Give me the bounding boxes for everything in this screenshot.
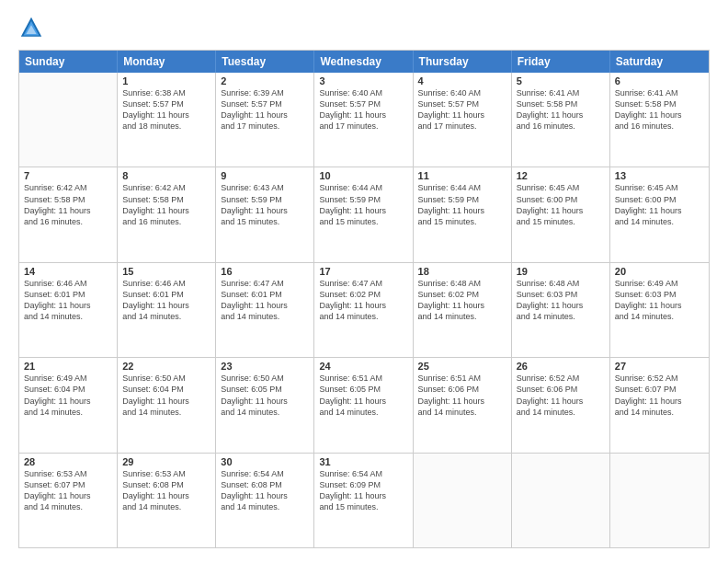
calendar-cell: 22Sunrise: 6:50 AM Sunset: 6:04 PM Dayli… [118, 358, 216, 452]
calendar-cell: 15Sunrise: 6:46 AM Sunset: 6:01 PM Dayli… [118, 263, 216, 357]
day-info: Sunrise: 6:54 AM Sunset: 6:08 PM Dayligh… [221, 468, 309, 513]
logo-icon [18, 15, 44, 40]
day-info: Sunrise: 6:48 AM Sunset: 6:03 PM Dayligh… [517, 278, 605, 323]
calendar-cell: 17Sunrise: 6:47 AM Sunset: 6:02 PM Dayli… [314, 263, 413, 357]
day-number: 31 [319, 456, 407, 467]
calendar-cell: 10Sunrise: 6:44 AM Sunset: 5:59 PM Dayli… [314, 167, 413, 261]
calendar-cell: 18Sunrise: 6:48 AM Sunset: 6:02 PM Dayli… [414, 263, 512, 357]
day-number: 8 [122, 170, 210, 181]
calendar-cell: 31Sunrise: 6:54 AM Sunset: 6:09 PM Dayli… [314, 454, 413, 547]
calendar-cell: 9Sunrise: 6:43 AM Sunset: 5:59 PM Daylig… [216, 167, 314, 261]
calendar-cell [414, 454, 512, 547]
calendar-cell: 16Sunrise: 6:47 AM Sunset: 6:01 PM Dayli… [216, 263, 314, 357]
day-number: 27 [615, 361, 704, 372]
calendar-cell: 23Sunrise: 6:50 AM Sunset: 6:05 PM Dayli… [216, 358, 314, 452]
day-info: Sunrise: 6:53 AM Sunset: 6:08 PM Dayligh… [122, 468, 210, 513]
day-info: Sunrise: 6:44 AM Sunset: 5:59 PM Dayligh… [418, 182, 506, 227]
calendar-cell: 6Sunrise: 6:41 AM Sunset: 5:58 PM Daylig… [610, 73, 709, 167]
day-info: Sunrise: 6:48 AM Sunset: 6:02 PM Dayligh… [418, 278, 506, 323]
day-number: 28 [24, 456, 112, 467]
calendar-cell [512, 454, 610, 547]
page: SundayMondayTuesdayWednesdayThursdayFrid… [0, 0, 728, 563]
header-cell-tuesday: Tuesday [216, 51, 314, 73]
day-number: 20 [615, 266, 704, 277]
day-number: 5 [517, 75, 605, 86]
day-number: 30 [221, 456, 309, 467]
day-info: Sunrise: 6:51 AM Sunset: 6:06 PM Dayligh… [418, 373, 506, 418]
day-number: 18 [418, 266, 506, 277]
day-info: Sunrise: 6:44 AM Sunset: 5:59 PM Dayligh… [319, 182, 407, 227]
day-number: 1 [122, 75, 210, 86]
calendar-cell: 3Sunrise: 6:40 AM Sunset: 5:57 PM Daylig… [314, 73, 413, 167]
day-info: Sunrise: 6:47 AM Sunset: 6:01 PM Dayligh… [221, 278, 309, 323]
header-cell-thursday: Thursday [414, 51, 512, 73]
calendar-cell: 14Sunrise: 6:46 AM Sunset: 6:01 PM Dayli… [19, 263, 118, 357]
day-number: 6 [615, 75, 704, 86]
calendar-cell: 1Sunrise: 6:38 AM Sunset: 5:57 PM Daylig… [118, 73, 216, 167]
calendar-cell: 25Sunrise: 6:51 AM Sunset: 6:06 PM Dayli… [414, 358, 512, 452]
calendar-cell: 24Sunrise: 6:51 AM Sunset: 6:05 PM Dayli… [314, 358, 413, 452]
header-cell-saturday: Saturday [610, 51, 709, 73]
calendar-cell: 7Sunrise: 6:42 AM Sunset: 5:58 PM Daylig… [19, 167, 118, 261]
day-info: Sunrise: 6:51 AM Sunset: 6:05 PM Dayligh… [319, 373, 407, 418]
day-info: Sunrise: 6:50 AM Sunset: 6:05 PM Dayligh… [221, 373, 309, 418]
day-info: Sunrise: 6:46 AM Sunset: 6:01 PM Dayligh… [24, 278, 112, 323]
day-number: 11 [418, 170, 506, 181]
calendar-cell: 19Sunrise: 6:48 AM Sunset: 6:03 PM Dayli… [512, 263, 610, 357]
calendar-row-0: 1Sunrise: 6:38 AM Sunset: 5:57 PM Daylig… [19, 73, 709, 167]
calendar-row-3: 21Sunrise: 6:49 AM Sunset: 6:04 PM Dayli… [19, 357, 709, 452]
day-number: 19 [517, 266, 605, 277]
day-info: Sunrise: 6:54 AM Sunset: 6:09 PM Dayligh… [319, 468, 407, 513]
calendar-cell: 12Sunrise: 6:45 AM Sunset: 6:00 PM Dayli… [512, 167, 610, 261]
day-number: 4 [418, 75, 506, 86]
day-info: Sunrise: 6:53 AM Sunset: 6:07 PM Dayligh… [24, 468, 112, 513]
day-info: Sunrise: 6:41 AM Sunset: 5:58 PM Dayligh… [615, 87, 704, 132]
day-number: 15 [122, 266, 210, 277]
day-number: 17 [319, 266, 407, 277]
calendar-cell: 13Sunrise: 6:45 AM Sunset: 6:00 PM Dayli… [610, 167, 709, 261]
calendar-cell: 5Sunrise: 6:41 AM Sunset: 5:58 PM Daylig… [512, 73, 610, 167]
day-number: 3 [319, 75, 407, 86]
day-info: Sunrise: 6:39 AM Sunset: 5:57 PM Dayligh… [221, 87, 309, 132]
day-number: 21 [24, 361, 112, 372]
day-info: Sunrise: 6:47 AM Sunset: 6:02 PM Dayligh… [319, 278, 407, 323]
header [18, 15, 710, 40]
calendar: SundayMondayTuesdayWednesdayThursdayFrid… [18, 50, 710, 548]
day-info: Sunrise: 6:40 AM Sunset: 5:57 PM Dayligh… [418, 87, 506, 132]
day-info: Sunrise: 6:41 AM Sunset: 5:58 PM Dayligh… [517, 87, 605, 132]
day-info: Sunrise: 6:52 AM Sunset: 6:07 PM Dayligh… [615, 373, 704, 418]
calendar-header: SundayMondayTuesdayWednesdayThursdayFrid… [19, 51, 709, 73]
day-info: Sunrise: 6:49 AM Sunset: 6:03 PM Dayligh… [615, 278, 704, 323]
day-info: Sunrise: 6:45 AM Sunset: 6:00 PM Dayligh… [517, 182, 605, 227]
header-cell-monday: Monday [118, 51, 216, 73]
header-cell-friday: Friday [512, 51, 610, 73]
day-number: 14 [24, 266, 112, 277]
day-info: Sunrise: 6:50 AM Sunset: 6:04 PM Dayligh… [122, 373, 210, 418]
day-info: Sunrise: 6:38 AM Sunset: 5:57 PM Dayligh… [122, 87, 210, 132]
day-info: Sunrise: 6:40 AM Sunset: 5:57 PM Dayligh… [319, 87, 407, 132]
day-number: 22 [122, 361, 210, 372]
day-info: Sunrise: 6:52 AM Sunset: 6:06 PM Dayligh… [517, 373, 605, 418]
day-info: Sunrise: 6:45 AM Sunset: 6:00 PM Dayligh… [615, 182, 704, 227]
calendar-cell: 26Sunrise: 6:52 AM Sunset: 6:06 PM Dayli… [512, 358, 610, 452]
day-number: 25 [418, 361, 506, 372]
day-info: Sunrise: 6:42 AM Sunset: 5:58 PM Dayligh… [122, 182, 210, 227]
day-number: 29 [122, 456, 210, 467]
calendar-cell: 29Sunrise: 6:53 AM Sunset: 6:08 PM Dayli… [118, 454, 216, 547]
calendar-cell: 8Sunrise: 6:42 AM Sunset: 5:58 PM Daylig… [118, 167, 216, 261]
calendar-cell: 30Sunrise: 6:54 AM Sunset: 6:08 PM Dayli… [216, 454, 314, 547]
calendar-cell: 2Sunrise: 6:39 AM Sunset: 5:57 PM Daylig… [216, 73, 314, 167]
day-number: 23 [221, 361, 309, 372]
day-info: Sunrise: 6:43 AM Sunset: 5:59 PM Dayligh… [221, 182, 309, 227]
day-number: 10 [319, 170, 407, 181]
calendar-cell [610, 454, 709, 547]
logo [18, 15, 48, 40]
calendar-body: 1Sunrise: 6:38 AM Sunset: 5:57 PM Daylig… [19, 73, 709, 547]
calendar-cell: 27Sunrise: 6:52 AM Sunset: 6:07 PM Dayli… [610, 358, 709, 452]
day-number: 7 [24, 170, 112, 181]
day-info: Sunrise: 6:42 AM Sunset: 5:58 PM Dayligh… [24, 182, 112, 227]
day-number: 26 [517, 361, 605, 372]
day-info: Sunrise: 6:49 AM Sunset: 6:04 PM Dayligh… [24, 373, 112, 418]
calendar-cell [19, 73, 118, 167]
day-number: 16 [221, 266, 309, 277]
